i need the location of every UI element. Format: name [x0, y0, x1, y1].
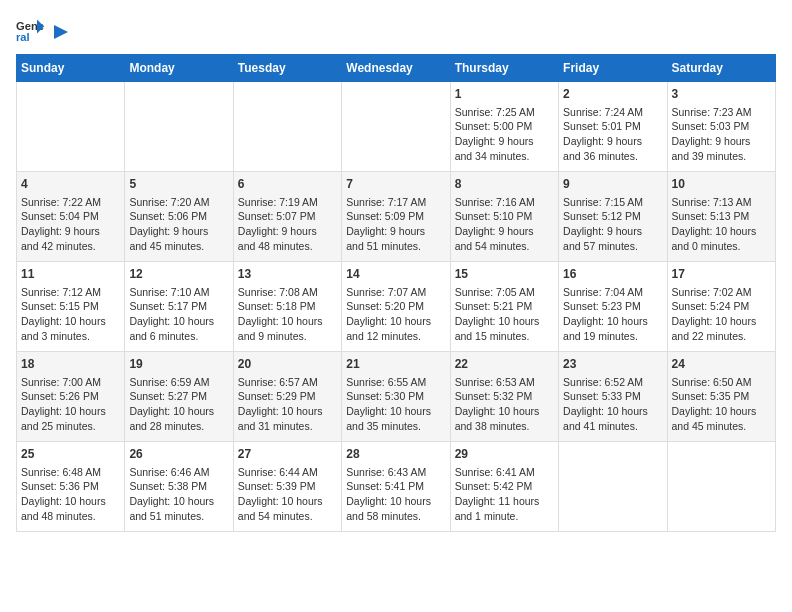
- calendar-cell: 28Sunrise: 6:43 AM Sunset: 5:41 PM Dayli…: [342, 442, 450, 532]
- day-number: 22: [455, 356, 554, 373]
- day-number: 12: [129, 266, 228, 283]
- week-row-1: 1Sunrise: 7:25 AM Sunset: 5:00 PM Daylig…: [17, 82, 776, 172]
- calendar-cell: 19Sunrise: 6:59 AM Sunset: 5:27 PM Dayli…: [125, 352, 233, 442]
- day-number: 6: [238, 176, 337, 193]
- calendar-cell: 4Sunrise: 7:22 AM Sunset: 5:04 PM Daylig…: [17, 172, 125, 262]
- day-number: 28: [346, 446, 445, 463]
- day-info: Sunrise: 7:05 AM Sunset: 5:21 PM Dayligh…: [455, 285, 554, 344]
- day-info: Sunrise: 6:48 AM Sunset: 5:36 PM Dayligh…: [21, 465, 120, 524]
- day-number: 1: [455, 86, 554, 103]
- calendar-cell: 17Sunrise: 7:02 AM Sunset: 5:24 PM Dayli…: [667, 262, 775, 352]
- day-info: Sunrise: 7:13 AM Sunset: 5:13 PM Dayligh…: [672, 195, 771, 254]
- calendar-cell: [233, 82, 341, 172]
- calendar-cell: [17, 82, 125, 172]
- day-info: Sunrise: 6:59 AM Sunset: 5:27 PM Dayligh…: [129, 375, 228, 434]
- day-info: Sunrise: 6:44 AM Sunset: 5:39 PM Dayligh…: [238, 465, 337, 524]
- day-info: Sunrise: 7:23 AM Sunset: 5:03 PM Dayligh…: [672, 105, 771, 164]
- day-info: Sunrise: 6:52 AM Sunset: 5:33 PM Dayligh…: [563, 375, 662, 434]
- day-info: Sunrise: 7:16 AM Sunset: 5:10 PM Dayligh…: [455, 195, 554, 254]
- day-number: 3: [672, 86, 771, 103]
- week-row-4: 18Sunrise: 7:00 AM Sunset: 5:26 PM Dayli…: [17, 352, 776, 442]
- calendar-cell: [342, 82, 450, 172]
- day-info: Sunrise: 6:53 AM Sunset: 5:32 PM Dayligh…: [455, 375, 554, 434]
- logo-triangle-icon: [50, 23, 68, 41]
- page-header: Gene ral: [16, 16, 776, 44]
- day-info: Sunrise: 7:02 AM Sunset: 5:24 PM Dayligh…: [672, 285, 771, 344]
- day-number: 5: [129, 176, 228, 193]
- day-number: 11: [21, 266, 120, 283]
- calendar-cell: 20Sunrise: 6:57 AM Sunset: 5:29 PM Dayli…: [233, 352, 341, 442]
- calendar-cell: 5Sunrise: 7:20 AM Sunset: 5:06 PM Daylig…: [125, 172, 233, 262]
- calendar-cell: 18Sunrise: 7:00 AM Sunset: 5:26 PM Dayli…: [17, 352, 125, 442]
- col-header-monday: Monday: [125, 55, 233, 82]
- calendar-table: SundayMondayTuesdayWednesdayThursdayFrid…: [16, 54, 776, 532]
- col-header-sunday: Sunday: [17, 55, 125, 82]
- day-number: 2: [563, 86, 662, 103]
- calendar-cell: 11Sunrise: 7:12 AM Sunset: 5:15 PM Dayli…: [17, 262, 125, 352]
- day-number: 29: [455, 446, 554, 463]
- calendar-cell: 24Sunrise: 6:50 AM Sunset: 5:35 PM Dayli…: [667, 352, 775, 442]
- svg-text:ral: ral: [16, 31, 30, 43]
- day-number: 13: [238, 266, 337, 283]
- calendar-cell: 22Sunrise: 6:53 AM Sunset: 5:32 PM Dayli…: [450, 352, 558, 442]
- day-info: Sunrise: 7:08 AM Sunset: 5:18 PM Dayligh…: [238, 285, 337, 344]
- calendar-cell: [667, 442, 775, 532]
- day-number: 18: [21, 356, 120, 373]
- day-info: Sunrise: 7:07 AM Sunset: 5:20 PM Dayligh…: [346, 285, 445, 344]
- calendar-cell: 10Sunrise: 7:13 AM Sunset: 5:13 PM Dayli…: [667, 172, 775, 262]
- day-number: 7: [346, 176, 445, 193]
- day-info: Sunrise: 7:24 AM Sunset: 5:01 PM Dayligh…: [563, 105, 662, 164]
- day-number: 24: [672, 356, 771, 373]
- calendar-cell: [125, 82, 233, 172]
- col-header-tuesday: Tuesday: [233, 55, 341, 82]
- day-info: Sunrise: 7:22 AM Sunset: 5:04 PM Dayligh…: [21, 195, 120, 254]
- calendar-cell: 15Sunrise: 7:05 AM Sunset: 5:21 PM Dayli…: [450, 262, 558, 352]
- day-info: Sunrise: 7:15 AM Sunset: 5:12 PM Dayligh…: [563, 195, 662, 254]
- calendar-cell: [559, 442, 667, 532]
- day-number: 15: [455, 266, 554, 283]
- day-number: 25: [21, 446, 120, 463]
- day-number: 26: [129, 446, 228, 463]
- week-row-5: 25Sunrise: 6:48 AM Sunset: 5:36 PM Dayli…: [17, 442, 776, 532]
- day-info: Sunrise: 6:50 AM Sunset: 5:35 PM Dayligh…: [672, 375, 771, 434]
- day-info: Sunrise: 6:46 AM Sunset: 5:38 PM Dayligh…: [129, 465, 228, 524]
- day-number: 20: [238, 356, 337, 373]
- day-number: 27: [238, 446, 337, 463]
- day-number: 9: [563, 176, 662, 193]
- col-header-saturday: Saturday: [667, 55, 775, 82]
- logo-icon: Gene ral: [16, 16, 44, 44]
- day-info: Sunrise: 7:12 AM Sunset: 5:15 PM Dayligh…: [21, 285, 120, 344]
- col-header-thursday: Thursday: [450, 55, 558, 82]
- calendar-cell: 9Sunrise: 7:15 AM Sunset: 5:12 PM Daylig…: [559, 172, 667, 262]
- day-info: Sunrise: 6:57 AM Sunset: 5:29 PM Dayligh…: [238, 375, 337, 434]
- day-number: 10: [672, 176, 771, 193]
- day-info: Sunrise: 7:10 AM Sunset: 5:17 PM Dayligh…: [129, 285, 228, 344]
- day-number: 21: [346, 356, 445, 373]
- calendar-cell: 7Sunrise: 7:17 AM Sunset: 5:09 PM Daylig…: [342, 172, 450, 262]
- day-info: Sunrise: 7:25 AM Sunset: 5:00 PM Dayligh…: [455, 105, 554, 164]
- calendar-cell: 2Sunrise: 7:24 AM Sunset: 5:01 PM Daylig…: [559, 82, 667, 172]
- day-info: Sunrise: 6:55 AM Sunset: 5:30 PM Dayligh…: [346, 375, 445, 434]
- calendar-cell: 23Sunrise: 6:52 AM Sunset: 5:33 PM Dayli…: [559, 352, 667, 442]
- svg-marker-3: [54, 25, 68, 39]
- day-number: 16: [563, 266, 662, 283]
- calendar-cell: 14Sunrise: 7:07 AM Sunset: 5:20 PM Dayli…: [342, 262, 450, 352]
- day-info: Sunrise: 7:00 AM Sunset: 5:26 PM Dayligh…: [21, 375, 120, 434]
- col-header-friday: Friday: [559, 55, 667, 82]
- calendar-cell: 29Sunrise: 6:41 AM Sunset: 5:42 PM Dayli…: [450, 442, 558, 532]
- calendar-cell: 27Sunrise: 6:44 AM Sunset: 5:39 PM Dayli…: [233, 442, 341, 532]
- day-info: Sunrise: 6:43 AM Sunset: 5:41 PM Dayligh…: [346, 465, 445, 524]
- day-number: 8: [455, 176, 554, 193]
- day-number: 4: [21, 176, 120, 193]
- day-number: 19: [129, 356, 228, 373]
- col-header-wednesday: Wednesday: [342, 55, 450, 82]
- day-info: Sunrise: 7:20 AM Sunset: 5:06 PM Dayligh…: [129, 195, 228, 254]
- day-info: Sunrise: 7:19 AM Sunset: 5:07 PM Dayligh…: [238, 195, 337, 254]
- calendar-cell: 25Sunrise: 6:48 AM Sunset: 5:36 PM Dayli…: [17, 442, 125, 532]
- calendar-cell: 6Sunrise: 7:19 AM Sunset: 5:07 PM Daylig…: [233, 172, 341, 262]
- day-info: Sunrise: 7:17 AM Sunset: 5:09 PM Dayligh…: [346, 195, 445, 254]
- day-number: 14: [346, 266, 445, 283]
- calendar-cell: 8Sunrise: 7:16 AM Sunset: 5:10 PM Daylig…: [450, 172, 558, 262]
- calendar-cell: 16Sunrise: 7:04 AM Sunset: 5:23 PM Dayli…: [559, 262, 667, 352]
- week-row-2: 4Sunrise: 7:22 AM Sunset: 5:04 PM Daylig…: [17, 172, 776, 262]
